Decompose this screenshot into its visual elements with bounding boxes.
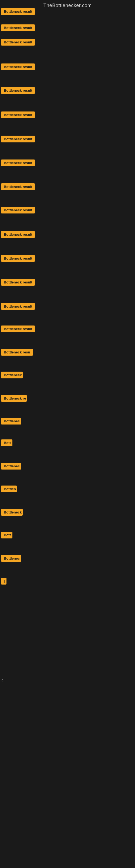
bottleneck-badge[interactable]: Bottleneck result — [1, 255, 35, 262]
list-item: Bottleneck result — [1, 63, 35, 71]
list-item: Bottleneck result — [1, 8, 35, 16]
list-item: Bottlenec — [1, 463, 21, 471]
bottleneck-badge[interactable]: Bottleneck — [1, 372, 23, 378]
list-item: | — [1, 578, 6, 586]
list-item: Bottleneck result — [1, 255, 35, 263]
page-wrapper: TheBottlenecker.com c Bottleneck resultB… — [0, 0, 135, 868]
bottleneck-badge[interactable]: Bottleneck result — [1, 39, 35, 45]
bottleneck-badge[interactable]: Bottleneck result — [1, 183, 35, 190]
list-item: Bottleneck — [1, 509, 23, 517]
list-item: Bottleneck result — [1, 326, 35, 333]
bottom-label: c — [2, 678, 3, 682]
list-item: Bottleneck result — [1, 24, 35, 32]
list-item: Bott — [1, 532, 12, 539]
list-item: Bottleneck result — [1, 87, 35, 95]
bottleneck-badge[interactable]: Bottleneck result — [1, 135, 35, 143]
list-item: Bottleneck re — [1, 395, 27, 403]
list-item: Bottleneck result — [1, 207, 35, 215]
list-item: Bottleneck result — [1, 39, 35, 46]
bottleneck-badge[interactable]: Bott — [1, 439, 12, 446]
bottleneck-badge[interactable]: Bottleneck result — [1, 326, 35, 332]
bottleneck-badge[interactable]: | — [1, 578, 6, 585]
list-item: Bottlen — [1, 486, 17, 493]
bottleneck-badge[interactable]: Bottleneck result — [1, 231, 35, 238]
list-item: Bottlenec — [1, 418, 21, 426]
bottleneck-badge[interactable]: Bottleneck result — [1, 303, 35, 310]
list-item: Bottleneck result — [1, 183, 35, 191]
bottleneck-badge[interactable]: Bottleneck resu — [1, 349, 33, 355]
list-item: Bott — [1, 439, 12, 447]
bottleneck-badge[interactable]: Bottleneck result — [1, 112, 35, 118]
bottleneck-badge[interactable]: Bottleneck result — [1, 8, 35, 15]
bottleneck-badge[interactable]: Bottleneck result — [1, 63, 35, 70]
bottleneck-badge[interactable]: Bottlen — [1, 486, 17, 492]
bottleneck-badge[interactable]: Bott — [1, 532, 12, 538]
bottleneck-badge[interactable]: Bottleneck result — [1, 24, 35, 31]
bottleneck-badge[interactable]: Bottlenec — [1, 418, 21, 425]
list-item: Bottleneck result — [1, 279, 35, 287]
list-item: Bottleneck result — [1, 135, 35, 144]
bottleneck-badge[interactable]: Bottleneck result — [1, 159, 35, 166]
list-item: Bottleneck resu — [1, 349, 33, 357]
bottleneck-badge[interactable]: Bottleneck re — [1, 395, 27, 402]
list-item: Bottleneck result — [1, 112, 35, 119]
list-item: Bottleneck — [1, 372, 23, 379]
list-item: Bottlenec — [1, 555, 21, 563]
bottleneck-badge[interactable]: Bottlenec — [1, 463, 21, 469]
list-item: Bottleneck result — [1, 303, 35, 311]
bottleneck-badge[interactable]: Bottleneck — [1, 509, 23, 516]
bottleneck-badge[interactable]: Bottlenec — [1, 555, 21, 562]
list-item: Bottleneck result — [1, 159, 35, 167]
bottleneck-badge[interactable]: Bottleneck result — [1, 207, 35, 214]
bottleneck-badge[interactable]: Bottleneck result — [1, 279, 35, 286]
list-item: Bottleneck result — [1, 231, 35, 239]
bottleneck-badge[interactable]: Bottleneck result — [1, 87, 35, 94]
